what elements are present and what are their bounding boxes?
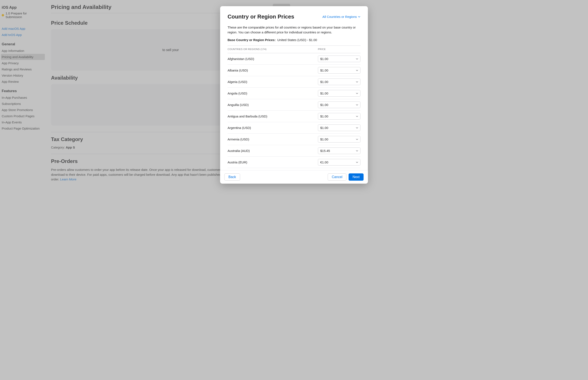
country-row: Argentina (USD)$1.00 <box>228 122 360 134</box>
chevron-down-icon <box>356 138 358 141</box>
modal-title: Country or Region Prices <box>228 13 294 20</box>
country-rows-container: Afghanistan (USD)$1.00Albania (USD)$1.00… <box>228 53 360 168</box>
next-button[interactable]: Next <box>349 173 364 181</box>
price-value: $1.00 <box>320 92 328 95</box>
price-select[interactable]: $1.00 <box>318 56 360 62</box>
chevron-down-icon <box>356 161 358 164</box>
country-name: Afghanistan (USD) <box>228 57 254 61</box>
filter-label: All Countries or Regions <box>322 15 357 19</box>
filter-all-countries[interactable]: All Countries or Regions <box>322 15 360 19</box>
base-price-value: United States (USD) - $1.00 <box>277 38 317 42</box>
country-name: Algeria (USD) <box>228 80 248 84</box>
country-name: Anguilla (USD) <box>228 103 249 107</box>
price-value: $1.00 <box>320 69 328 72</box>
country-row: Armenia (USD)$1.00 <box>228 134 360 145</box>
price-select[interactable]: $1.00 <box>318 124 360 131</box>
table-header: COUNTRIES OR REGIONS (174) PRICE <box>228 46 360 53</box>
country-name: Australia (AUD) <box>228 149 250 152</box>
col-header-price: PRICE <box>318 48 360 50</box>
country-name: Angola (USD) <box>228 92 248 95</box>
modal-description: These are the comparable prices for all … <box>228 25 360 35</box>
modal-footer: Back Cancel Next <box>220 170 368 184</box>
price-select[interactable]: $1.00 <box>318 113 360 120</box>
modal-country-region-prices: Country or Region Prices All Countries o… <box>220 6 368 184</box>
base-price-label: Base Country or Region Prices: <box>228 38 276 42</box>
modal-body: Country or Region Prices All Countries o… <box>220 6 368 170</box>
price-select[interactable]: $1.00 <box>318 101 360 108</box>
price-value: $1.00 <box>320 103 328 107</box>
price-value: $1.00 <box>320 126 328 130</box>
price-select[interactable]: $1.00 <box>318 136 360 143</box>
chevron-down-icon <box>356 127 358 129</box>
country-row: Anguilla (USD)$1.00 <box>228 99 360 111</box>
country-row: Antigua and Barbuda (USD)$1.00 <box>228 111 360 122</box>
col-header-countries: COUNTRIES OR REGIONS (174) <box>228 48 267 50</box>
price-select[interactable]: $15.45 <box>318 148 360 154</box>
price-select[interactable]: $1.00 <box>318 67 360 74</box>
price-value: $1.00 <box>320 80 328 84</box>
country-row: Australia (AUD)$15.45 <box>228 145 360 157</box>
price-value: $1.00 <box>320 114 328 118</box>
country-name: Armenia (USD) <box>228 137 249 141</box>
country-row: Austria (EUR)€1.00 <box>228 157 360 168</box>
chevron-down-icon <box>356 58 358 60</box>
back-button[interactable]: Back <box>225 173 240 181</box>
country-name: Argentina (USD) <box>228 126 251 130</box>
country-row: Albania (USD)$1.00 <box>228 65 360 76</box>
country-row: Algeria (USD)$1.00 <box>228 76 360 88</box>
country-row: Afghanistan (USD)$1.00 <box>228 53 360 65</box>
base-price-line: Base Country or Region Prices: United St… <box>228 38 360 42</box>
price-value: $1.00 <box>320 57 328 61</box>
cancel-button[interactable]: Cancel <box>328 173 346 181</box>
country-name: Austria (EUR) <box>228 160 248 164</box>
price-select[interactable]: $1.00 <box>318 90 360 96</box>
chevron-down-icon <box>356 104 358 106</box>
price-select[interactable]: €1.00 <box>318 159 360 166</box>
country-name: Albania (USD) <box>228 69 248 72</box>
chevron-down-icon <box>356 115 358 118</box>
price-select[interactable]: $1.00 <box>318 78 360 85</box>
country-row: Angola (USD)$1.00 <box>228 88 360 99</box>
chevron-down-icon <box>356 150 358 152</box>
price-value: $1.00 <box>320 137 328 141</box>
chevron-down-icon <box>356 92 358 95</box>
chevron-down-icon <box>358 16 360 18</box>
chevron-down-icon <box>356 69 358 72</box>
chevron-down-icon <box>356 81 358 83</box>
country-name: Antigua and Barbuda (USD) <box>228 114 267 118</box>
price-value: €1.00 <box>320 160 328 164</box>
price-value: $15.45 <box>320 149 330 152</box>
